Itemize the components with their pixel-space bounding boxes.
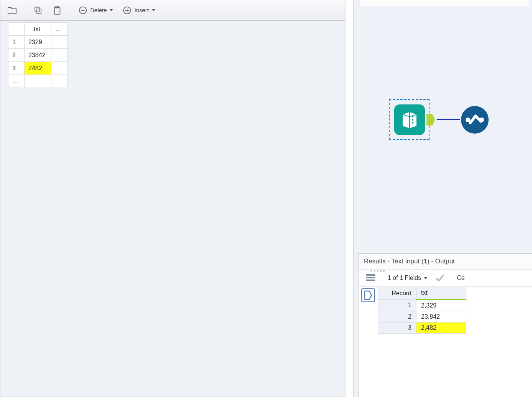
- delete-button[interactable]: Delete: [75, 3, 116, 18]
- fields-dropdown[interactable]: 1 of 1 Fields: [385, 273, 430, 283]
- minus-circle-icon: [78, 5, 88, 15]
- copy-icon: [33, 5, 43, 15]
- svg-rect-1: [36, 9, 41, 13]
- check-icon[interactable]: [435, 273, 444, 283]
- table-row: 2 23,842: [378, 311, 466, 323]
- output-anchor-button[interactable]: [361, 288, 375, 302]
- table-row: 3 2482.: [8, 62, 68, 75]
- add-column-cell[interactable]: …: [51, 23, 67, 36]
- config-toolbar: Delete Insert: [0, 0, 345, 21]
- cell-value[interactable]: 2,482: [416, 323, 466, 334]
- connection-line[interactable]: [437, 119, 460, 120]
- results-title: Results - Text Input (1) - Output: [359, 254, 532, 270]
- row-number[interactable]: 3: [8, 62, 25, 75]
- text-input-tool-icon: [394, 104, 425, 135]
- plus-circle-icon: [122, 5, 132, 15]
- cell-value[interactable]: 2482.: [25, 62, 51, 75]
- workflow-canvas[interactable]: Results - Text Input (1) - Output 1 of 1…: [353, 0, 532, 397]
- svg-rect-16: [366, 280, 375, 281]
- cell-value[interactable]: 23,842: [416, 311, 466, 323]
- fields-label: 1 of 1 Fields: [388, 275, 421, 281]
- results-grid[interactable]: Record txt 1 2,329 2 23,842 3 2,482: [378, 287, 466, 334]
- cell-blank[interactable]: [51, 36, 67, 49]
- clipboard-icon: [52, 5, 62, 15]
- row-number[interactable]: 3: [378, 323, 416, 334]
- table-row: 3 2,482: [378, 323, 466, 334]
- column-header-txt[interactable]: txt: [25, 23, 51, 36]
- list-view-icon[interactable]: [365, 273, 376, 283]
- grip-dots-icon[interactable]: [369, 270, 386, 273]
- output-anchor-icon[interactable]: [426, 114, 435, 126]
- cell-label: Ce: [457, 275, 464, 281]
- svg-point-10: [412, 119, 413, 121]
- copy-button[interactable]: [30, 3, 46, 18]
- canvas-ruler: [360, 0, 529, 6]
- chevron-down-icon: [110, 9, 113, 11]
- svg-point-11: [412, 122, 413, 124]
- text-input-grid[interactable]: txt … 1 2329 2 23842 3 2482. …: [8, 22, 68, 88]
- svg-rect-14: [366, 274, 375, 276]
- open-file-button[interactable]: [4, 3, 20, 18]
- insert-label: Insert: [134, 7, 149, 13]
- results-panel: Results - Text Input (1) - Output 1 of 1…: [358, 253, 532, 397]
- results-side-icons: [359, 287, 378, 334]
- toolbar-separator: [70, 4, 70, 17]
- row-number[interactable]: 1: [378, 299, 416, 311]
- toolbar-separator: [25, 4, 25, 17]
- table-row: 1 2,329: [378, 299, 466, 311]
- svg-rect-15: [366, 277, 375, 278]
- results-body: Record txt 1 2,329 2 23,842 3 2,482: [359, 287, 532, 334]
- cell-blank[interactable]: [25, 75, 51, 88]
- table-header-row: txt …: [8, 23, 68, 36]
- cell-value[interactable]: 2,329: [416, 299, 466, 311]
- row-header-blank[interactable]: [8, 23, 25, 36]
- browse-tool-node[interactable]: [461, 106, 489, 134]
- row-number[interactable]: 2: [8, 49, 25, 62]
- paste-button[interactable]: [49, 3, 65, 18]
- column-header-txt[interactable]: txt: [416, 287, 466, 300]
- insert-button[interactable]: Insert: [119, 3, 158, 18]
- cell-value[interactable]: 2329: [25, 36, 51, 49]
- cell-blank[interactable]: [51, 62, 67, 75]
- chevron-down-icon: [152, 9, 155, 11]
- svg-rect-0: [35, 7, 40, 12]
- cell-value[interactable]: 23842: [25, 49, 51, 62]
- table-header-row: Record txt: [378, 287, 466, 300]
- toolbar-separator: [449, 273, 449, 283]
- table-row: 2 23842: [8, 49, 68, 62]
- delete-label: Delete: [90, 7, 107, 13]
- folder-icon: [7, 5, 17, 15]
- cell-viewer-button[interactable]: Ce: [454, 273, 468, 283]
- cell-blank[interactable]: [51, 49, 67, 62]
- row-number[interactable]: 1: [8, 36, 25, 49]
- row-number[interactable]: 2: [378, 311, 416, 323]
- table-row: 1 2329: [8, 36, 68, 49]
- config-pane: Delete Insert txt … 1 2329 2 23842 3: [0, 0, 345, 397]
- table-row-add[interactable]: …: [8, 75, 68, 88]
- browse-tool-icon: [464, 112, 486, 127]
- cell-blank[interactable]: [51, 75, 67, 88]
- column-header-record[interactable]: Record: [378, 287, 416, 300]
- chevron-down-icon: [424, 277, 427, 279]
- add-row-cell[interactable]: …: [8, 75, 25, 88]
- text-input-tool-node[interactable]: [389, 99, 430, 140]
- svg-point-12: [466, 117, 470, 122]
